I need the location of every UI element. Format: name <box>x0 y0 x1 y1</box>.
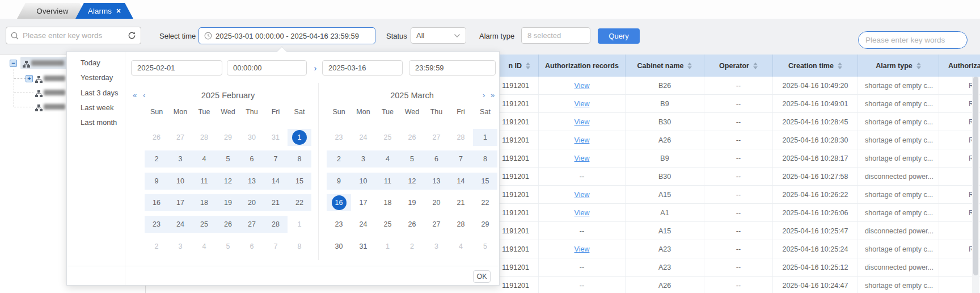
day-cell[interactable]: 10 <box>168 173 192 190</box>
day-cell[interactable]: 19 <box>400 194 424 211</box>
sort-icon[interactable] <box>526 62 530 69</box>
day-cell[interactable]: 25 <box>375 216 400 233</box>
day-cell[interactable]: 29 <box>216 129 240 146</box>
start-date-input[interactable] <box>131 60 222 76</box>
quick-option-last-3-days[interactable]: Last 3 days <box>67 86 125 101</box>
day-cell[interactable]: 17 <box>168 194 192 211</box>
sort-icon[interactable] <box>916 62 921 69</box>
day-cell[interactable]: 2 <box>145 150 168 168</box>
day-cell[interactable]: 3 <box>168 238 192 255</box>
day-cell[interactable]: 8 <box>288 150 311 168</box>
day-cell[interactable]: 9 <box>145 173 168 190</box>
day-cell[interactable]: 13 <box>424 173 449 190</box>
day-cell[interactable]: 5 <box>473 238 497 255</box>
next-year-icon[interactable]: » <box>491 89 495 102</box>
day-cell[interactable]: 21 <box>264 194 288 211</box>
sidebar-search-input[interactable] <box>23 31 124 40</box>
quick-option-last-week[interactable]: Last week <box>67 101 125 115</box>
day-cell[interactable]: 15 <box>288 173 311 190</box>
sort-icon[interactable] <box>687 62 692 69</box>
day-cell[interactable]: 9 <box>327 173 351 190</box>
day-cell[interactable]: 11 <box>375 173 400 190</box>
quick-option-today[interactable]: Today <box>67 56 125 70</box>
day-cell[interactable]: 6 <box>240 150 264 168</box>
day-cell[interactable]: 5 <box>216 238 240 255</box>
day-cell[interactable]: 6 <box>424 150 449 168</box>
day-cell[interactable]: 2 <box>145 238 168 255</box>
day-cell[interactable]: 28 <box>449 216 473 233</box>
day-cell[interactable]: 7 <box>449 150 473 168</box>
day-cell[interactable]: 23 <box>145 216 168 233</box>
day-cell[interactable]: 1 <box>375 238 400 255</box>
day-cell[interactable]: 18 <box>375 194 400 211</box>
day-cell[interactable]: 3 <box>424 238 449 255</box>
query-button[interactable]: Query <box>598 28 640 44</box>
day-cell[interactable]: 4 <box>449 238 473 255</box>
day-cell[interactable]: 7 <box>264 238 288 255</box>
status-select[interactable]: All <box>411 27 466 44</box>
tab-alarms[interactable]: Alarms × <box>75 3 133 19</box>
day-cell[interactable]: 25 <box>375 129 400 146</box>
day-cell[interactable]: 31 <box>264 129 288 146</box>
day-cell[interactable]: 4 <box>192 150 216 168</box>
day-cell[interactable]: 12 <box>400 173 424 190</box>
day-cell[interactable]: 1 <box>288 216 311 233</box>
column-header-authorization-records[interactable]: Authorization records <box>538 55 625 77</box>
quick-option-last-month[interactable]: Last month <box>67 115 125 130</box>
day-cell[interactable]: 4 <box>192 238 216 255</box>
day-cell[interactable]: 30 <box>327 238 351 255</box>
day-cell[interactable]: 27 <box>240 216 264 233</box>
day-cell[interactable]: 26 <box>145 129 168 146</box>
day-cell[interactable]: 28 <box>264 216 288 233</box>
day-cell[interactable]: 24 <box>168 216 192 233</box>
view-link[interactable]: View <box>575 154 590 162</box>
day-cell[interactable]: 2 <box>400 238 424 255</box>
prev-year-icon[interactable]: « <box>133 89 137 102</box>
next-month-icon[interactable]: › <box>483 89 485 102</box>
day-cell[interactable]: 30 <box>240 129 264 146</box>
column-header-operator[interactable]: Operator <box>704 55 772 77</box>
day-cell[interactable]: 14 <box>264 173 288 190</box>
alarm-type-select[interactable] <box>521 27 590 44</box>
ok-button[interactable]: OK <box>473 270 491 283</box>
day-cell[interactable]: 1 <box>473 129 497 146</box>
day-cell[interactable]: 28 <box>192 129 216 146</box>
day-cell[interactable]: 20 <box>424 194 449 211</box>
view-link[interactable]: View <box>575 136 590 144</box>
view-link[interactable]: View <box>575 191 590 199</box>
day-cell[interactable]: 22 <box>473 194 497 211</box>
time-range-input[interactable]: 2025-03-01 00:00:00 - 2025-04-16 23:59:5… <box>198 27 375 44</box>
day-cell[interactable]: 26 <box>216 216 240 233</box>
end-date-input[interactable] <box>322 60 403 76</box>
day-cell[interactable]: 27 <box>424 216 449 233</box>
day-cell[interactable]: 28 <box>449 129 473 146</box>
day-cell[interactable]: 24 <box>351 129 375 146</box>
day-cell[interactable]: 16 <box>327 194 351 211</box>
day-cell[interactable]: 15 <box>473 173 497 190</box>
day-cell[interactable]: 22 <box>288 194 311 211</box>
day-cell[interactable]: 13 <box>240 173 264 190</box>
day-cell[interactable]: 12 <box>216 173 240 190</box>
column-header-alarm-type[interactable]: Alarm type <box>858 55 939 77</box>
day-cell[interactable]: 21 <box>449 194 473 211</box>
day-cell[interactable]: 10 <box>351 173 375 190</box>
day-cell[interactable]: 25 <box>192 216 216 233</box>
day-cell[interactable]: 19 <box>216 194 240 211</box>
scrollbar-thumb[interactable] <box>973 77 978 275</box>
sort-icon[interactable] <box>753 62 758 69</box>
day-cell[interactable]: 29 <box>473 216 497 233</box>
view-link[interactable]: View <box>575 245 590 253</box>
day-cell[interactable]: 4 <box>375 150 400 168</box>
start-time-input[interactable] <box>227 60 307 76</box>
day-cell[interactable]: 18 <box>192 194 216 211</box>
day-cell[interactable]: 23 <box>327 216 351 233</box>
view-link[interactable]: View <box>575 100 590 108</box>
refresh-icon[interactable] <box>128 31 136 40</box>
day-cell[interactable]: 1 <box>288 129 311 146</box>
day-cell[interactable]: 16 <box>145 194 168 211</box>
end-time-input[interactable] <box>409 60 496 76</box>
column-header-creation-time[interactable]: Creation time <box>772 55 858 77</box>
day-cell[interactable]: 5 <box>400 150 424 168</box>
day-cell[interactable]: 14 <box>449 173 473 190</box>
day-cell[interactable]: 26 <box>400 216 424 233</box>
